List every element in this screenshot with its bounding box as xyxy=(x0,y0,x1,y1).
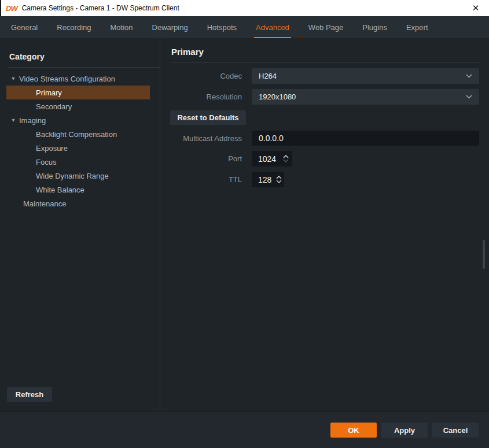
settings-panel: Primary Codec H264 Resolution 1920x1080 xyxy=(160,38,489,412)
expander-triangle-icon[interactable]: ▼ xyxy=(8,117,19,123)
ttl-spinbox[interactable]: 128 xyxy=(252,172,284,187)
refresh-button[interactable]: Refresh xyxy=(7,387,52,402)
ttl-spinner-arrows xyxy=(271,176,282,183)
spin-up-icon[interactable] xyxy=(283,155,289,158)
sidebar-item-focus[interactable]: Focus xyxy=(6,155,150,169)
port-row: Port 1024 xyxy=(171,151,479,166)
ttl-row: TTL 128 xyxy=(171,172,479,187)
expander-triangle-icon[interactable]: ▼ xyxy=(8,76,19,82)
resolution-value: 1920x1080 xyxy=(259,92,296,101)
tree-item-label: Maintenance xyxy=(23,199,66,208)
tab-dewarping[interactable]: Dewarping xyxy=(150,16,190,38)
port-spinner-arrows xyxy=(278,155,289,162)
sidebar-item-exposure[interactable]: Exposure xyxy=(6,141,150,155)
titlebar: DW Camera Settings - Camera 1 - DW Spect… xyxy=(0,0,489,16)
codec-dropdown[interactable]: H264 xyxy=(252,68,479,84)
panel-heading: Primary xyxy=(171,47,479,62)
apply-button[interactable]: Apply xyxy=(381,423,428,438)
reset-row: Reset to Defaults xyxy=(170,110,479,125)
codec-value: H264 xyxy=(259,72,277,80)
tab-bar: General Recording Motion Dewarping Hotsp… xyxy=(0,16,489,38)
dw-logo: DW xyxy=(6,4,17,13)
sidebar-item-backlight-compensation[interactable]: Backlight Compensation xyxy=(6,127,150,141)
category-tree: ▼ Video Streams Configuration Primary Se… xyxy=(0,72,160,210)
sidebar-item-secondary[interactable]: Secondary xyxy=(6,99,150,113)
tab-hotspots[interactable]: Hotspots xyxy=(205,16,238,38)
tab-recording[interactable]: Recording xyxy=(55,16,93,38)
ttl-value: 128 xyxy=(258,175,271,184)
tab-plugins[interactable]: Plugins xyxy=(361,16,389,38)
tree-item-label: Imaging xyxy=(19,116,46,125)
multicast-address-input[interactable] xyxy=(252,131,479,146)
tab-advanced[interactable]: Advanced xyxy=(254,16,291,38)
chevron-down-icon xyxy=(466,95,472,99)
port-spinbox[interactable]: 1024 xyxy=(252,151,292,166)
tree-item-label: Backlight Compensation xyxy=(36,130,117,139)
tree-item-label: Secondary xyxy=(36,102,72,111)
sidebar-item-white-balance[interactable]: White Balance xyxy=(6,183,150,197)
tree-item-label: Primary xyxy=(36,88,62,97)
category-sidebar: Category ▼ Video Streams Configuration P… xyxy=(0,38,160,412)
tree-item-label: Focus xyxy=(36,158,56,166)
reset-to-defaults-button[interactable]: Reset to Defaults xyxy=(170,110,246,125)
spin-up-icon[interactable] xyxy=(276,176,282,179)
category-separator xyxy=(8,67,160,68)
sidebar-item-video-streams-configuration[interactable]: ▼ Video Streams Configuration xyxy=(6,72,150,86)
tree-item-label: Exposure xyxy=(36,144,68,153)
close-icon[interactable]: ✕ xyxy=(469,3,482,13)
tree-item-label: White Balance xyxy=(36,186,84,194)
tab-web-page[interactable]: Web Page xyxy=(307,16,345,38)
tab-general[interactable]: General xyxy=(9,16,39,38)
codec-row: Codec H264 xyxy=(171,68,479,84)
sidebar-item-imaging[interactable]: ▼ Imaging xyxy=(6,113,150,127)
codec-label: Codec xyxy=(171,72,242,80)
multicast-address-label: Multicast Address xyxy=(171,134,242,143)
tree-item-label: Video Streams Configuration xyxy=(19,75,115,83)
tab-motion[interactable]: Motion xyxy=(109,16,135,38)
content-area: Category ▼ Video Streams Configuration P… xyxy=(0,38,489,412)
tab-expert[interactable]: Expert xyxy=(405,16,430,38)
chevron-down-icon xyxy=(466,74,472,78)
scrollbar-grip[interactable] xyxy=(483,240,485,269)
resolution-dropdown[interactable]: 1920x1080 xyxy=(252,89,479,105)
ok-button[interactable]: OK xyxy=(330,423,377,438)
ttl-label: TTL xyxy=(171,175,242,184)
dialog-footer: OK Apply Cancel xyxy=(0,412,489,448)
tree-item-label: Wide Dynamic Range xyxy=(36,172,109,180)
resolution-row: Resolution 1920x1080 xyxy=(171,89,479,105)
primary-stream-form: Codec H264 Resolution 1920x1080 xyxy=(171,68,479,187)
sidebar-item-wide-dynamic-range[interactable]: Wide Dynamic Range xyxy=(6,169,150,183)
port-label: Port xyxy=(171,154,242,163)
sidebar-item-maintenance[interactable]: Maintenance xyxy=(6,197,150,210)
resolution-label: Resolution xyxy=(171,92,242,101)
multicast-address-row: Multicast Address xyxy=(171,131,479,146)
category-heading: Category xyxy=(9,52,160,67)
spin-down-icon[interactable] xyxy=(276,180,282,183)
cancel-button[interactable]: Cancel xyxy=(432,423,479,438)
window-title: Camera Settings - Camera 1 - DW Spectrum… xyxy=(22,4,179,12)
spin-down-icon[interactable] xyxy=(283,159,289,162)
sidebar-item-primary[interactable]: Primary xyxy=(6,86,150,99)
port-value: 1024 xyxy=(258,154,276,164)
